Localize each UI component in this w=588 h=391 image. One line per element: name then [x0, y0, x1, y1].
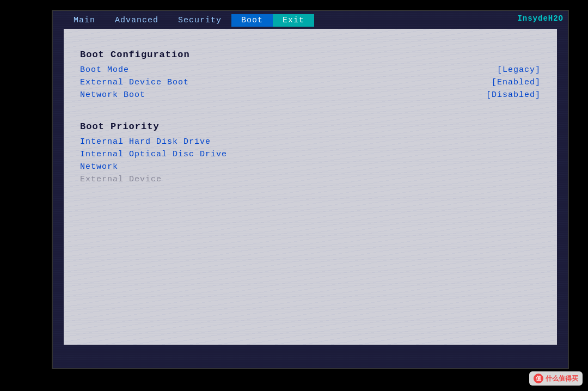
watermark: 值 什么值得买 — [529, 371, 583, 386]
setting-row[interactable]: Boot Mode[Legacy] — [80, 65, 541, 75]
priority-item[interactable]: External Device — [80, 175, 541, 184]
bios-screen: InsydeH2O MainAdvancedSecurityBootExit B… — [53, 11, 568, 368]
brand-label: InsydeH2O — [517, 14, 564, 23]
priority-item[interactable]: Internal Hard Disk Drive — [80, 137, 541, 146]
nav-item-main[interactable]: Main — [64, 14, 105, 27]
setting-label: Network Boot — [80, 90, 145, 100]
bios-screen-outer: InsydeH2O MainAdvancedSecurityBootExit B… — [52, 10, 569, 369]
nav-item-security[interactable]: Security — [168, 14, 231, 27]
spacer — [80, 103, 541, 112]
boot-priority-title: Boot Priority — [80, 121, 541, 132]
nav-item-advanced[interactable]: Advanced — [105, 14, 168, 27]
setting-value: [Enabled] — [492, 78, 541, 87]
priority-item[interactable]: Internal Optical Disc Drive — [80, 150, 541, 159]
setting-value: [Legacy] — [497, 65, 541, 75]
setting-row[interactable]: Network Boot[Disabled] — [80, 90, 541, 100]
setting-label: External Device Boot — [80, 78, 189, 87]
setting-value: [Disabled] — [486, 90, 541, 100]
watermark-text: 什么值得买 — [546, 374, 578, 383]
nav-item-boot[interactable]: Boot — [231, 14, 273, 27]
setting-label: Boot Mode — [80, 65, 129, 75]
boot-configuration-title: Boot Configuration — [80, 50, 541, 60]
watermark-icon: 值 — [534, 374, 543, 383]
nav-bar: MainAdvancedSecurityBootExit — [53, 11, 568, 29]
nav-item-exit[interactable]: Exit — [273, 14, 314, 27]
priority-item[interactable]: Network — [80, 162, 541, 172]
setting-row[interactable]: External Device Boot[Enabled] — [80, 78, 541, 87]
content-area: Boot Configuration Boot Mode[Legacy]Exte… — [64, 29, 557, 345]
